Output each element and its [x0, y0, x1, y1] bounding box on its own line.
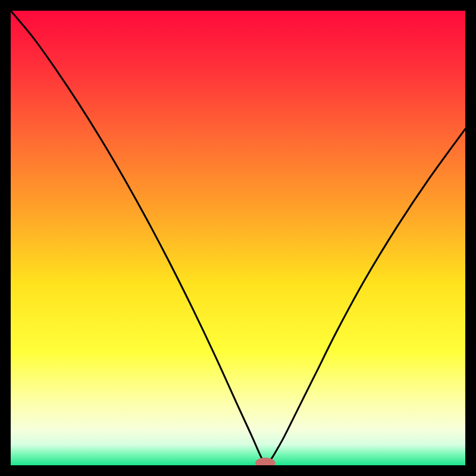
gradient-background — [11, 11, 465, 465]
chart-frame: TheBottleneck.com — [11, 11, 465, 465]
bottleneck-chart — [11, 11, 465, 465]
